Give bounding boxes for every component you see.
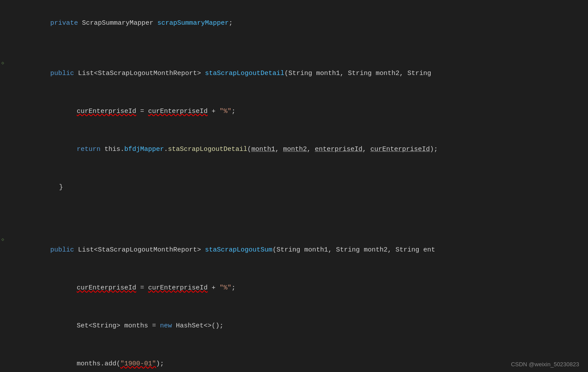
code-text-brace1: } [18,169,588,206]
code-line-brace1: } [0,169,588,207]
code-text-months-add: months.add("1900-01"); [18,346,588,372]
empty-line-1 [0,42,588,55]
code-line-set: Set<String> months = new HashSet<>(); [0,307,588,345]
code-text-method1: public List<StaScrapLogoutMonthReport> s… [18,55,588,92]
code-line-cur1: curEnterpriseId = curEnterpriseId + "%"; [0,93,588,131]
code-text-1: private ScrapSummaryMapper scrapSummaryM… [18,5,588,42]
breakpoint-icon-2: ⬦ [1,236,4,243]
empty-line-2 [0,207,588,219]
code-text-return1: return this.bfdjMapper.staScrapLogoutDet… [18,131,588,168]
code-line-months-add: months.add("1900-01"); [0,345,588,372]
code-line-return1: return this.bfdjMapper.staScrapLogoutDet… [0,131,588,169]
code-editor: private ScrapSummaryMapper scrapSummaryM… [0,0,588,372]
code-line-method1: ⬦ public List<StaScrapLogoutMonthReport>… [0,55,588,93]
code-text-cur2: curEnterpriseId = curEnterpriseId + "%"; [18,270,588,307]
code-text-set: Set<String> months = new HashSet<>(); [18,308,588,345]
code-line-method2: ⬦ public List<StaScrapLogoutMonthReport>… [0,231,588,269]
code-line-1: private ScrapSummaryMapper scrapSummaryM… [0,4,588,42]
empty-line-3 [0,219,588,231]
code-text-method2: public List<StaScrapLogoutMonthReport> s… [18,232,588,269]
code-text-cur1: curEnterpriseId = curEnterpriseId + "%"; [18,93,588,130]
brand-label: CSDN @weixin_50230823 [511,361,579,368]
breakpoint-icon-1: ⬦ [1,59,4,66]
code-line-cur2: curEnterpriseId = curEnterpriseId + "%"; [0,269,588,307]
